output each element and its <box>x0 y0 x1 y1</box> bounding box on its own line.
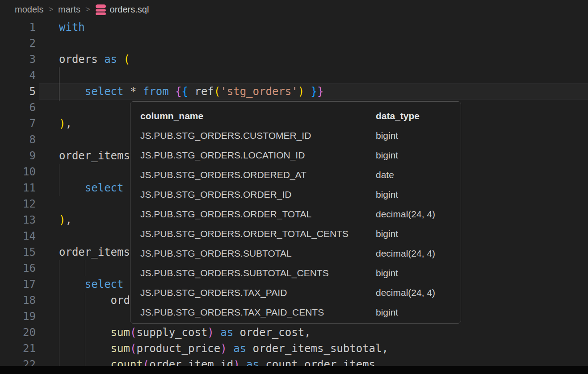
tooltip-row: JS.PUB.STG_ORDERS.ORDER_TOTAL_CENTSbigin… <box>130 224 461 244</box>
code-line[interactable]: 2 <box>0 35 588 51</box>
data-type-cell: bigint <box>376 126 398 145</box>
line-number: 12 <box>0 196 36 212</box>
line-number: 7 <box>0 116 36 132</box>
line-number: 19 <box>0 308 36 324</box>
line-number: 15 <box>0 244 36 260</box>
column-name-cell: JS.PUB.STG_ORDERS.ORDER_TOTAL_CENTS <box>140 224 349 244</box>
tooltip-header-data-type: data_type <box>376 106 420 126</box>
line-number: 6 <box>0 100 36 116</box>
tooltip-row: JS.PUB.STG_ORDERS.ORDER_IDbigint <box>130 185 461 204</box>
code-line-text: with <box>59 19 85 35</box>
breadcrumb-item-models[interactable]: models <box>15 4 43 15</box>
data-type-cell: bigint <box>376 224 398 244</box>
tooltip-row: JS.PUB.STG_ORDERS.SUBTOTALdecimal(24, 4) <box>130 244 461 263</box>
code-line[interactable]: 4 <box>0 67 588 83</box>
line-number: 16 <box>0 260 36 276</box>
tooltip-header-column-name: column_name <box>140 106 203 126</box>
code-line[interactable]: 20 sum(supply_cost) as order_cost, <box>0 324 588 341</box>
code-line-text: select <box>59 180 124 196</box>
line-number: 20 <box>0 324 36 341</box>
indent-guide <box>85 292 85 366</box>
column-name-cell: JS.PUB.STG_ORDERS.SUBTOTAL_CENTS <box>140 263 329 283</box>
code-line[interactable]: 21 sum(product_price) as order_items_sub… <box>0 341 588 357</box>
line-number: 17 <box>0 276 36 292</box>
data-type-cell: bigint <box>376 145 398 165</box>
breadcrumb-item-marts[interactable]: marts <box>58 4 80 15</box>
line-number: 10 <box>0 164 36 180</box>
line-number: 18 <box>0 292 36 308</box>
column-name-cell: JS.PUB.STG_ORDERS.ORDER_ID <box>140 185 291 204</box>
tooltip-row: JS.PUB.STG_ORDERS.TAX_PAIDdecimal(24, 4) <box>130 283 461 303</box>
breadcrumb: models > marts > orders.sql <box>0 0 588 19</box>
code-line-text: sum(supply_cost) as order_cost, <box>59 324 311 341</box>
code-line-text: orders as ( <box>59 51 130 67</box>
tooltip-row: JS.PUB.STG_ORDERS.TAX_PAID_CENTSbigint <box>130 303 461 322</box>
data-type-cell: decimal(24, 4) <box>376 244 435 263</box>
tooltip-row: JS.PUB.STG_ORDERS.CUSTOMER_IDbigint <box>130 126 461 145</box>
column-name-cell: JS.PUB.STG_ORDERS.TAX_PAID <box>140 283 287 303</box>
column-name-cell: JS.PUB.STG_ORDERS.LOCATION_ID <box>140 145 305 165</box>
line-number: 14 <box>0 228 36 244</box>
line-number: 4 <box>0 67 36 83</box>
tooltip-row: JS.PUB.STG_ORDERS.SUBTOTAL_CENTSbigint <box>130 263 461 283</box>
line-number: 3 <box>0 51 36 67</box>
code-line-text: ), <box>59 116 72 132</box>
indent-guide <box>59 260 59 366</box>
code-line-text: select * from {{ ref('stg_orders') }} <box>59 83 323 100</box>
code-line[interactable]: 3orders as ( <box>0 51 588 67</box>
data-type-cell: bigint <box>376 263 398 283</box>
indent-guide-active <box>59 67 59 101</box>
line-number: 5 <box>0 83 36 100</box>
code-line[interactable]: 1with <box>0 19 588 35</box>
data-type-cell: bigint <box>376 303 398 322</box>
breadcrumb-separator: > <box>85 5 90 14</box>
code-line-text: order_items <box>59 244 130 260</box>
code-line[interactable]: 5 select * from {{ ref('stg_orders') }} <box>0 83 588 100</box>
breadcrumb-separator: > <box>48 5 53 14</box>
code-line-text: ord <box>59 292 130 308</box>
line-number: 9 <box>0 148 36 164</box>
line-number: 1 <box>0 19 36 35</box>
data-type-cell: bigint <box>376 185 398 204</box>
code-line-text: ), <box>59 212 72 228</box>
bottom-panel-edge <box>0 366 588 374</box>
code-line-text: order_items <box>59 148 130 164</box>
data-type-cell: date <box>376 165 394 185</box>
line-number: 21 <box>0 341 36 357</box>
schema-tooltip: column_name data_type JS.PUB.STG_ORDERS.… <box>130 101 461 324</box>
column-name-cell: JS.PUB.STG_ORDERS.TAX_PAID_CENTS <box>140 303 324 322</box>
line-number: 2 <box>0 35 36 51</box>
database-icon <box>95 4 106 16</box>
tooltip-row: JS.PUB.STG_ORDERS.ORDERED_ATdate <box>130 165 461 185</box>
data-type-cell: decimal(24, 4) <box>376 204 435 224</box>
code-line-text: sum(product_price) as order_items_subtot… <box>59 341 388 357</box>
column-name-cell: JS.PUB.STG_ORDERS.SUBTOTAL <box>140 244 292 263</box>
code-line-text: select <box>59 276 124 292</box>
column-name-cell: JS.PUB.STG_ORDERS.CUSTOMER_ID <box>140 126 311 145</box>
column-name-cell: JS.PUB.STG_ORDERS.ORDERED_AT <box>140 165 307 185</box>
tooltip-header-row: column_name data_type <box>130 106 461 126</box>
data-type-cell: decimal(24, 4) <box>376 283 435 303</box>
line-number: 13 <box>0 212 36 228</box>
tooltip-row: JS.PUB.STG_ORDERS.ORDER_TOTALdecimal(24,… <box>130 204 461 224</box>
indent-guide <box>85 260 85 276</box>
tooltip-row: JS.PUB.STG_ORDERS.LOCATION_IDbigint <box>130 145 461 165</box>
indent-guide <box>59 164 59 196</box>
column-name-cell: JS.PUB.STG_ORDERS.ORDER_TOTAL <box>140 204 311 224</box>
breadcrumb-file-name[interactable]: orders.sql <box>110 4 149 15</box>
line-number: 8 <box>0 132 36 148</box>
line-number: 11 <box>0 180 36 196</box>
